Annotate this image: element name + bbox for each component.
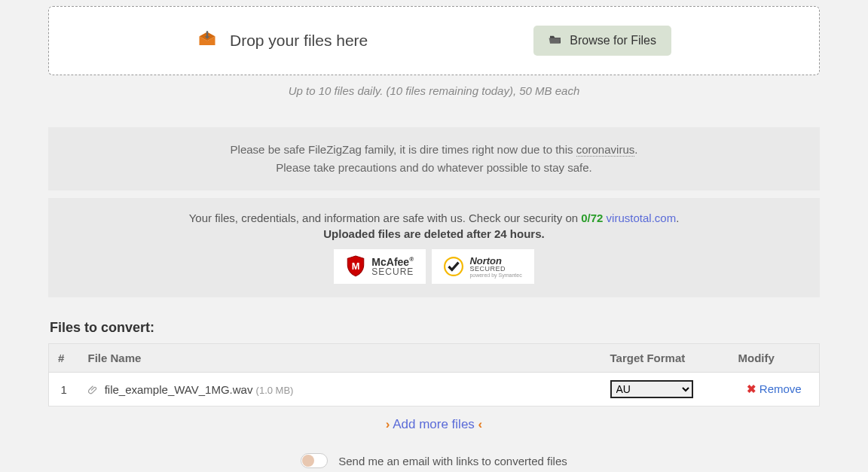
browse-button[interactable]: Browse for Files [533, 26, 671, 56]
virustotal-link[interactable]: virustotal.com [607, 212, 677, 224]
row-filesize: (1.0 MB) [256, 385, 294, 396]
email-toggle[interactable] [301, 453, 328, 468]
browse-button-label: Browse for Files [570, 34, 656, 47]
coronavirus-link[interactable]: coronavirus [576, 143, 635, 157]
row-filename-cell: file_example_WAV_1MG.wav (1.0 MB) [79, 373, 601, 407]
shield-icon: M [346, 255, 365, 278]
notice-line2: Please take precautions and do whatever … [276, 161, 591, 174]
drop-text: Drop your files here [230, 32, 368, 50]
upload-limits-text: Up to 10 files daily. (10 files remainin… [48, 84, 820, 97]
remove-label: Remove [760, 382, 802, 395]
norton-secured-text: SECURED [469, 266, 521, 273]
files-table: # File Name Target Format Modify 1 file_… [48, 343, 820, 407]
security-text-pre: Your files, credentials, and information… [189, 212, 582, 224]
paperclip-icon [88, 383, 102, 396]
security-notice: Your files, credentials, and information… [48, 198, 820, 297]
x-icon: ✖ [747, 382, 756, 395]
mcafee-secure-text: SECURE [371, 267, 414, 276]
inbox-icon [197, 29, 218, 53]
norton-text: Norton [469, 256, 521, 266]
checkmark-circle-icon [444, 257, 463, 276]
safety-notice: Please be safe FileZigZag family, it is … [48, 127, 820, 190]
table-row: 1 file_example_WAV_1MG.wav (1.0 MB) AU ✖… [49, 373, 820, 407]
folder-icon [549, 34, 562, 47]
col-header-target: Target Format [601, 344, 729, 373]
chevron-right-icon: › [386, 417, 390, 431]
mcafee-badge: M McAfee® SECURE [334, 249, 426, 284]
remove-link[interactable]: ✖Remove [747, 382, 802, 395]
add-more-label: Add more files [393, 417, 475, 431]
notice-text-post: . [634, 143, 637, 156]
svg-text:M: M [352, 260, 360, 272]
col-header-modify: Modify [729, 344, 820, 373]
delete-24h-text: Uploaded files are deleted after 24 hour… [63, 227, 805, 240]
drop-label-group: Drop your files here [197, 29, 368, 53]
col-header-name: File Name [79, 344, 601, 373]
security-text-post: . [676, 212, 679, 224]
notice-text-pre: Please be safe FileZigZag family, it is … [231, 143, 576, 156]
col-header-num: # [49, 344, 79, 373]
format-select[interactable]: AU [610, 380, 693, 398]
dropzone[interactable]: Drop your files here Browse for Files [48, 6, 820, 75]
norton-badge: Norton SECURED powered by Symantec [432, 249, 533, 284]
norton-symantec-text: powered by Symantec [469, 273, 521, 278]
add-more-files-link[interactable]: › Add more files ‹ [48, 417, 820, 432]
row-filename: file_example_WAV_1MG.wav [105, 383, 253, 396]
files-section-title: Files to convert: [50, 320, 820, 336]
virustotal-score: 0/72 [581, 212, 603, 224]
row-num: 1 [49, 373, 79, 407]
email-toggle-label: Send me an email with links to converted… [338, 455, 567, 467]
chevron-left-icon: ‹ [478, 417, 483, 431]
